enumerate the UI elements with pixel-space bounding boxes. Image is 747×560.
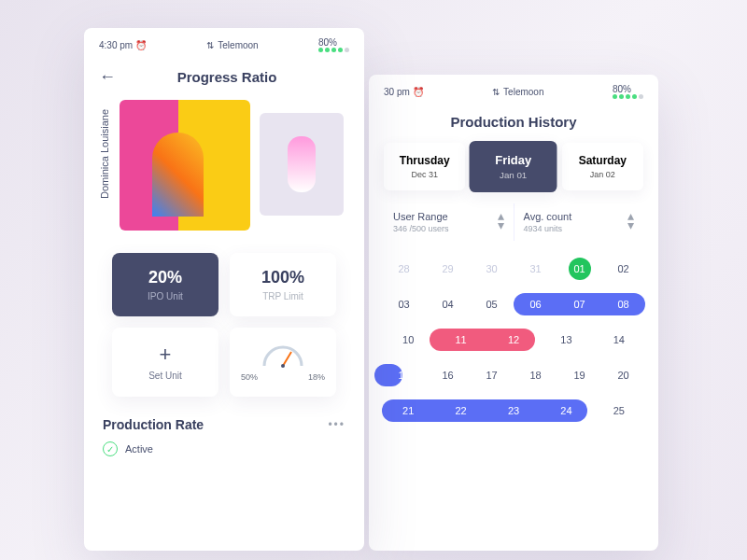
svg-point-1 bbox=[281, 364, 285, 368]
cal-day[interactable]: 05 bbox=[470, 293, 514, 315]
cal-day[interactable]: 07 bbox=[557, 293, 601, 315]
day-tab-friday[interactable]: Friday Jan 01 bbox=[470, 141, 557, 192]
cal-day[interactable]: 24 bbox=[540, 399, 592, 422]
production-rate-title: Production Rate bbox=[103, 417, 204, 432]
status-time: 4:30 pm ⏰ bbox=[99, 40, 147, 50]
set-unit-card[interactable]: + Set Unit bbox=[112, 328, 218, 397]
profile-name: Dominica Louisiane bbox=[99, 100, 110, 208]
cal-day[interactable]: 06 bbox=[514, 293, 557, 315]
gallery-image-side[interactable] bbox=[260, 113, 344, 216]
cal-day[interactable]: 03 bbox=[382, 293, 426, 315]
check-icon: ✓ bbox=[103, 441, 118, 456]
ipo-unit-card[interactable]: 20% IPO Unit bbox=[112, 253, 218, 316]
calendar: 28 29 30 31 01 02 03 04 05 06 07 08 10 1… bbox=[369, 254, 658, 439]
cal-day[interactable]: 12 bbox=[487, 329, 540, 351]
ipo-label: IPO Unit bbox=[120, 291, 211, 301]
svg-line-0 bbox=[283, 352, 291, 366]
stepper-icon[interactable]: ▴▾ bbox=[627, 211, 634, 230]
day-tab-thursday[interactable]: Thrusday Dec 31 bbox=[384, 143, 465, 190]
cal-day[interactable]: 28 bbox=[382, 258, 426, 280]
set-unit-label: Set Unit bbox=[120, 371, 211, 381]
avg-count-stat[interactable]: ▴▾ Avg. count 4934 units bbox=[514, 203, 644, 241]
stepper-icon[interactable]: ▴▾ bbox=[498, 211, 504, 230]
status-battery: 80% bbox=[613, 84, 643, 99]
gauge-card[interactable]: 50% 18% bbox=[230, 328, 336, 397]
status-text: Active bbox=[125, 443, 153, 455]
gauge-left-value: 50% bbox=[241, 372, 258, 382]
cal-day[interactable]: 23 bbox=[487, 399, 540, 422]
status-battery: 80% bbox=[318, 37, 349, 52]
screen-production-history: 30 pm ⏰ ⇅ Telemoon 80% Production Histor… bbox=[369, 75, 658, 551]
user-range-stat[interactable]: ▴▾ User Range 346 /500 users bbox=[384, 203, 514, 241]
cal-day[interactable]: 29 bbox=[426, 258, 470, 280]
more-icon[interactable]: ••• bbox=[328, 418, 345, 431]
cal-day[interactable]: 08 bbox=[601, 293, 645, 315]
gallery-image-main[interactable] bbox=[120, 100, 250, 231]
status-carrier: ⇅ Telemoon bbox=[206, 40, 258, 50]
cal-day[interactable]: 30 bbox=[470, 258, 514, 280]
gauge-right-value: 18% bbox=[308, 372, 325, 382]
cal-day[interactable]: 21 bbox=[382, 399, 434, 422]
status-time: 30 pm ⏰ bbox=[384, 87, 424, 97]
plus-icon: + bbox=[120, 343, 211, 367]
cal-day[interactable]: 19 bbox=[557, 364, 601, 386]
page-title: Production History bbox=[384, 114, 643, 130]
status-bar: 30 pm ⏰ ⇅ Telemoon 80% bbox=[369, 75, 658, 108]
cal-day[interactable]: 11 bbox=[434, 329, 486, 351]
cal-day[interactable]: 02 bbox=[601, 258, 645, 280]
cal-day[interactable]: 18 bbox=[514, 364, 557, 386]
day-tab-saturday[interactable]: Saturday Jan 02 bbox=[562, 143, 643, 190]
ipo-value: 20% bbox=[120, 268, 211, 287]
cal-day[interactable]: 31 bbox=[514, 258, 557, 280]
cal-day[interactable]: 10 bbox=[382, 329, 434, 351]
cal-day[interactable]: 15 bbox=[382, 364, 426, 386]
cal-day[interactable]: 25 bbox=[593, 399, 645, 422]
status-bar: 4:30 pm ⏰ ⇅ Telemoon 80% bbox=[84, 28, 364, 62]
screen-progress-ratio: 4:30 pm ⏰ ⇅ Telemoon 80% ← Progress Rati… bbox=[84, 28, 364, 551]
trp-value: 100% bbox=[237, 268, 329, 287]
cal-day[interactable]: 17 bbox=[470, 364, 514, 386]
trp-limit-card[interactable]: 100% TRP Limit bbox=[230, 253, 336, 316]
cal-day[interactable]: 04 bbox=[426, 293, 470, 315]
cal-day-today[interactable]: 01 bbox=[569, 258, 591, 280]
page-title: Progress Ratio bbox=[105, 69, 349, 85]
cal-day[interactable]: 20 bbox=[601, 364, 645, 386]
gauge-icon bbox=[260, 343, 306, 369]
cal-day[interactable]: 13 bbox=[540, 329, 592, 351]
status-carrier: ⇅ Telemoon bbox=[492, 87, 543, 97]
cal-day[interactable]: 16 bbox=[426, 364, 470, 386]
trp-label: TRP Limit bbox=[237, 291, 329, 301]
cal-day[interactable]: 22 bbox=[434, 399, 486, 422]
cal-day[interactable]: 14 bbox=[593, 329, 645, 351]
